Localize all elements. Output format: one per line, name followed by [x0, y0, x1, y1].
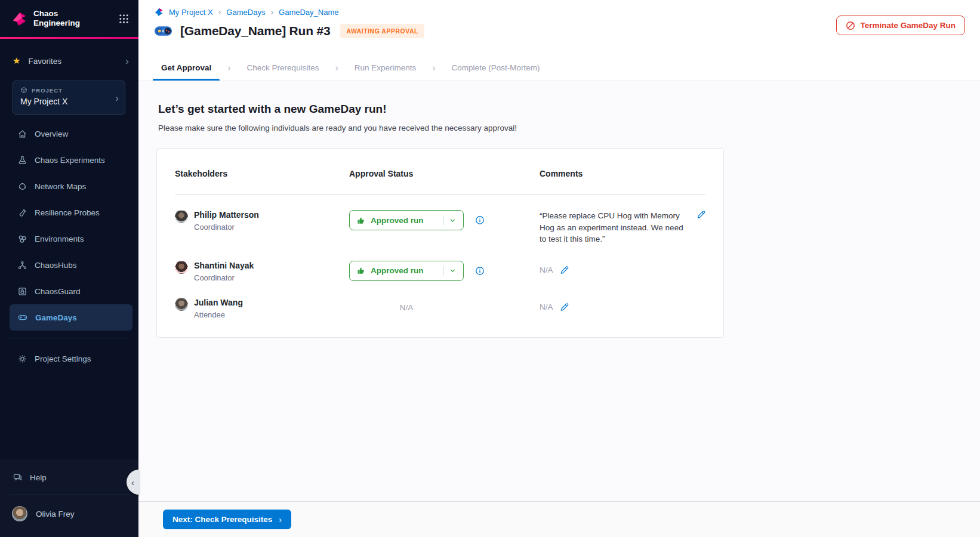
- sidebar-divider: [10, 338, 129, 338]
- sidebar-item-label: Project Settings: [35, 354, 91, 363]
- project-selector[interactable]: PROJECT My Project X ›: [13, 81, 125, 115]
- chevron-right-icon: ›: [335, 63, 338, 73]
- sidebar-item-label: Network Maps: [35, 182, 86, 191]
- gameday-gamepad-icon: [154, 24, 172, 38]
- sidebar-item-label: Chaos Experiments: [35, 156, 105, 165]
- tab-label: Run Experiments: [355, 63, 417, 72]
- stakeholder-cell: Shantini Nayak Coordinator: [175, 261, 349, 282]
- chevron-down-icon: [449, 217, 457, 224]
- sidebar-item-project-settings[interactable]: Project Settings: [0, 345, 138, 372]
- sidebar-item-chaos-experiments[interactable]: Chaos Experiments: [0, 147, 138, 173]
- chevron-right-icon: ›: [218, 7, 221, 17]
- terminate-gameday-button[interactable]: Terminate GameDay Run: [836, 16, 965, 35]
- flask-icon: [17, 155, 27, 165]
- chevron-right-icon: ›: [115, 93, 119, 103]
- column-approval-status: Approval Status: [349, 169, 540, 178]
- stakeholder-name: Julian Wang: [194, 298, 243, 307]
- sidebar-item-network-maps[interactable]: Network Maps: [0, 173, 138, 199]
- next-button[interactable]: Next: Check Prerequisites ›: [163, 510, 291, 529]
- edit-comment-icon[interactable]: [560, 266, 569, 274]
- project-name: My Project X: [20, 97, 118, 106]
- stakeholder-role: Coordinator: [194, 223, 259, 232]
- user-avatar: [12, 506, 27, 521]
- chevron-right-icon: ›: [227, 63, 230, 73]
- stakeholder-cell: Philip Matterson Coordinator: [175, 210, 349, 232]
- chaos-engineering-logo-icon: [11, 11, 27, 27]
- user-menu[interactable]: Olivia Frey: [0, 501, 138, 521]
- approval-status-cell: Approved run: [349, 210, 540, 230]
- sidebar: Chaos Engineering ★ Favorites › PROJECT …: [0, 0, 138, 537]
- step-tabs: Get Approval › Check Prerequisites › Run…: [138, 55, 980, 81]
- tab-complete-post-mortem[interactable]: Complete (Post-Mortem): [452, 55, 540, 81]
- gamepad-icon: [17, 312, 28, 323]
- edit-comment-icon[interactable]: [560, 303, 569, 311]
- stakeholder-name: Philip Matterson: [194, 210, 259, 220]
- sidebar-item-label: Overview: [35, 129, 68, 138]
- stakeholder-cell: Julian Wang Attendee: [175, 298, 349, 319]
- approval-status-na: N/A: [349, 298, 464, 312]
- page-title: [GameDay_Name] Run #3: [180, 24, 330, 38]
- environments-icon: [17, 234, 27, 244]
- sidebar-item-chaoshubs[interactable]: ChaosHubs: [0, 252, 138, 278]
- content-area: Let’s get started with a new GameDay run…: [138, 81, 980, 501]
- probe-icon: [17, 208, 27, 218]
- breadcrumb-link-gamedays[interactable]: GameDays: [226, 8, 265, 17]
- edit-comment-icon[interactable]: [697, 210, 705, 219]
- table-row: Julian Wang Attendee N/A N/A: [175, 282, 705, 319]
- stakeholder-role: Coordinator: [194, 273, 254, 282]
- tab-run-experiments[interactable]: Run Experiments: [355, 55, 417, 81]
- gear-icon: [17, 354, 27, 364]
- breadcrumb-link-project[interactable]: My Project X: [169, 8, 213, 17]
- stakeholder-role: Attendee: [194, 310, 243, 319]
- tab-get-approval[interactable]: Get Approval: [161, 55, 211, 81]
- approval-info-icon[interactable]: [475, 266, 485, 276]
- home-icon: [17, 129, 27, 139]
- sidebar-item-gamedays[interactable]: GameDays: [10, 304, 132, 331]
- sidebar-item-label: ChaosGuard: [35, 287, 81, 296]
- avatar: [175, 298, 188, 311]
- next-button-label: Next: Check Prerequisites: [172, 515, 272, 524]
- brand-accent-line: [0, 37, 138, 39]
- stakeholder-name: Shantini Nayak: [194, 261, 254, 270]
- avatar: [175, 261, 188, 274]
- thumbs-up-icon: [356, 216, 365, 225]
- approval-status-dropdown[interactable]: Approved run: [349, 210, 464, 230]
- favorites-label: Favorites: [28, 57, 61, 66]
- project-label: PROJECT: [32, 87, 63, 94]
- main-area: My Project X › GameDays › GameDay_Name […: [138, 0, 980, 537]
- cube-icon: [20, 87, 27, 94]
- sidebar-item-favorites[interactable]: ★ Favorites ›: [0, 49, 138, 73]
- network-map-icon: [17, 181, 27, 192]
- sidebar-item-help[interactable]: Help: [0, 465, 138, 489]
- table-header: Stakeholders Approval Status Comments: [175, 169, 705, 195]
- module-grid-icon[interactable]: [119, 14, 129, 24]
- user-name: Olivia Frey: [36, 510, 75, 519]
- column-comments: Comments: [540, 169, 705, 178]
- sidebar-item-resilience-probes[interactable]: Resilience Probes: [0, 199, 138, 226]
- content-heading: Let’s get started with a new GameDay run…: [158, 103, 962, 116]
- approval-status-cell: Approved run: [349, 261, 540, 281]
- breadcrumb-link-gameday-name[interactable]: GameDay_Name: [279, 8, 338, 17]
- sidebar-item-label: ChaosHubs: [35, 261, 77, 270]
- hub-icon: [17, 260, 27, 270]
- sidebar-item-label: Help: [30, 473, 47, 482]
- tab-label: Get Approval: [161, 63, 211, 72]
- sidebar-item-environments[interactable]: Environments: [0, 226, 138, 252]
- star-icon: ★: [13, 55, 20, 66]
- sidebar-item-chaosguard[interactable]: ChaosGuard: [0, 278, 138, 304]
- app-title: Chaos Engineering: [33, 9, 86, 28]
- tab-check-prerequisites[interactable]: Check Prerequisites: [247, 55, 319, 81]
- sidebar-item-label: Resilience Probes: [35, 208, 100, 217]
- project-logo-icon: [154, 7, 164, 17]
- comment-cell: “Please replace CPU Hog with Memory Hog …: [540, 210, 705, 245]
- chevron-right-icon: ›: [270, 7, 273, 17]
- content-subtitle: Please make sure the following individua…: [158, 124, 962, 132]
- approval-status-dropdown[interactable]: Approved run: [349, 261, 464, 281]
- guard-lock-icon: [17, 286, 27, 297]
- comment-na: N/A: [540, 303, 553, 311]
- sidebar-item-label: GameDays: [35, 313, 77, 322]
- approval-info-icon[interactable]: [475, 215, 485, 225]
- approval-status-label: Approved run: [371, 216, 424, 225]
- sidebar-item-overview[interactable]: Overview: [0, 121, 138, 147]
- page-header: My Project X › GameDays › GameDay_Name […: [138, 0, 980, 55]
